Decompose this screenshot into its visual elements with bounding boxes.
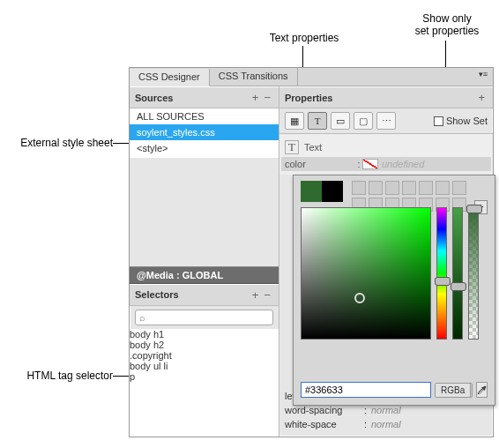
- swatch[interactable]: [436, 181, 450, 195]
- hue-handle[interactable]: [435, 277, 451, 286]
- selectors-remove-button[interactable]: −: [261, 288, 273, 302]
- swatch[interactable]: [419, 181, 433, 195]
- media-header[interactable]: @Media : GLOBAL: [130, 266, 279, 284]
- annotation-line: [113, 143, 130, 144]
- annotation-html-tag: HTML tag selector: [0, 370, 113, 382]
- selectors-filter-input[interactable]: [135, 310, 273, 325]
- properties-body: T Text color : undefined: [279, 134, 493, 175]
- prop-white-value[interactable]: normal: [371, 419, 488, 429]
- format-hex-button[interactable]: Hex: [470, 384, 473, 397]
- color-field-cursor: [354, 293, 365, 303]
- hex-input[interactable]: [301, 382, 431, 398]
- sources-header: Sources +−: [130, 86, 279, 108]
- current-color-b: [322, 181, 343, 202]
- tab-bar: CSS Designer CSS Transitions ▾≡: [130, 68, 493, 86]
- prop-word-label: word-spacing: [285, 405, 364, 415]
- swatch[interactable]: [452, 181, 466, 195]
- swatch[interactable]: [352, 181, 366, 195]
- color-format-toggle: RGBa Hex HSLa: [435, 383, 473, 398]
- sources-item-soylent[interactable]: soylent_styles.css: [130, 124, 279, 140]
- sources-remove-button[interactable]: −: [261, 91, 273, 104]
- properties-title: Properties: [285, 93, 332, 103]
- selectors-title: Selectors: [135, 289, 179, 300]
- show-set-toggle[interactable]: Show Set: [434, 116, 488, 126]
- selectors-list: body h1 body h2 .copyright body ul li p: [130, 329, 279, 437]
- swatch[interactable]: [369, 181, 383, 195]
- eyedropper-button[interactable]: [476, 382, 488, 398]
- properties-toolbar: ▦ T ▭ ▢ ⋯ Show Set: [279, 108, 493, 134]
- sources-item-style[interactable]: <style>: [130, 140, 279, 156]
- prop-color-label: color: [285, 159, 355, 169]
- annotation-text-properties: Text properties: [264, 32, 344, 44]
- text-category-button[interactable]: T: [308, 112, 327, 130]
- prop-word-value[interactable]: normal: [371, 405, 488, 415]
- prop-color-value[interactable]: undefined: [382, 159, 488, 169]
- show-set-label: Show Set: [446, 116, 488, 126]
- sources-add-button[interactable]: +: [250, 91, 262, 104]
- left-column: Sources +− ALL SOURCES soylent_styles.cs…: [130, 86, 279, 437]
- saturation-handle[interactable]: [451, 282, 466, 291]
- color-picker-popup: + RGBa Hex HSLa: [293, 175, 495, 406]
- annotation-external-ss: External style sheet: [0, 137, 113, 149]
- alpha-slider[interactable]: [468, 207, 479, 340]
- annotation-show-set: Show only set properties: [407, 12, 487, 37]
- selectors-add-button[interactable]: +: [250, 288, 262, 302]
- panel-flyout-menu[interactable]: ▾≡: [473, 68, 493, 86]
- selector-item-body-h2[interactable]: body h2: [130, 340, 279, 350]
- swatch-row: [352, 181, 469, 204]
- prop-white-label: white-space: [285, 419, 364, 429]
- layout-category-button[interactable]: ▦: [285, 112, 304, 130]
- selector-item-p[interactable]: p: [130, 371, 279, 382]
- selector-item-copyright[interactable]: .copyright: [130, 350, 279, 361]
- current-color-preview: [301, 181, 343, 204]
- tab-css-designer[interactable]: CSS Designer: [130, 69, 210, 86]
- swatch[interactable]: [385, 181, 399, 195]
- text-category-icon: T: [285, 140, 299, 154]
- sources-title: Sources: [135, 93, 173, 103]
- eyedropper-icon: [477, 385, 487, 395]
- selectors-filter: [135, 310, 273, 325]
- format-rgba-button[interactable]: RGBa: [436, 384, 470, 397]
- tab-css-transitions[interactable]: CSS Transitions: [210, 68, 298, 86]
- selector-item-body-ul-li[interactable]: body ul li: [130, 361, 279, 371]
- border-category-button[interactable]: ▭: [331, 112, 350, 130]
- selectors-header: Selectors +−: [130, 284, 279, 306]
- current-color-a: [301, 181, 322, 202]
- sources-list: ALL SOURCES soylent_styles.css <style>: [130, 108, 279, 158]
- color-field[interactable]: [301, 207, 431, 340]
- background-category-button[interactable]: ▢: [354, 112, 373, 130]
- more-category-button[interactable]: ⋯: [376, 112, 396, 130]
- selector-item-body-h1[interactable]: body h1: [130, 329, 279, 340]
- annotation-line: [113, 376, 130, 377]
- alpha-handle[interactable]: [466, 205, 482, 213]
- properties-add-button[interactable]: +: [475, 91, 488, 104]
- saturation-slider[interactable]: [452, 207, 463, 340]
- prop-color-swatch[interactable]: [362, 159, 378, 169]
- swatch[interactable]: [402, 181, 416, 195]
- properties-header: Properties +: [279, 86, 493, 108]
- hue-slider[interactable]: [436, 207, 447, 340]
- show-set-checkbox[interactable]: [434, 116, 443, 126]
- text-category-label: Text: [304, 142, 322, 153]
- sources-item-all[interactable]: ALL SOURCES: [130, 108, 279, 124]
